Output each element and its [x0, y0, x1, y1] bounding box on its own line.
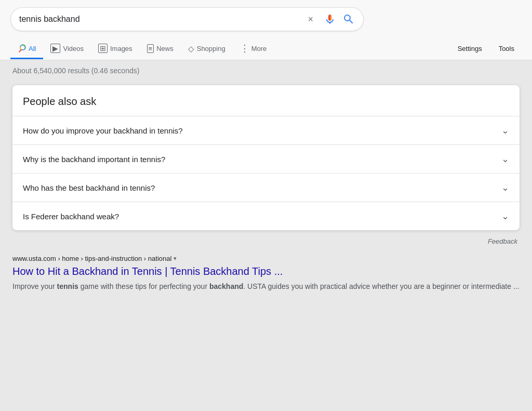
chevron-down-icon-4: ⌄ — [501, 210, 509, 222]
paa-item-3[interactable]: Who has the best backhand in tennis? ⌄ — [12, 173, 520, 202]
result-title-link[interactable]: How to Hit a Backhand in Tennis | Tennis… — [12, 264, 520, 278]
tab-more-label: More — [251, 45, 267, 52]
tab-settings-label: Settings — [458, 45, 482, 52]
feedback-label: Feedback — [488, 237, 517, 245]
paa-item-1[interactable]: How do you improve your backhand in tenn… — [12, 116, 520, 144]
tab-all-label: All — [29, 45, 36, 52]
feedback-link[interactable]: Feedback — [12, 234, 520, 248]
breadcrumb-dropdown-icon[interactable]: ▾ — [174, 255, 177, 262]
people-also-ask-box: People also ask How do you improve your … — [12, 85, 520, 230]
search-row: × — [10, 7, 522, 31]
result-url: www.usta.com › home › tips-and-instructi… — [12, 255, 171, 262]
results-count: About 6,540,000 results (0.46 seconds) — [12, 67, 139, 75]
images-tab-icon: ⊞ — [98, 44, 108, 53]
paa-question-2: Why is the backhand important in tennis? — [23, 155, 165, 164]
tab-tools[interactable]: Tools — [491, 39, 522, 59]
videos-tab-icon: ▶ — [50, 44, 60, 53]
clear-icon[interactable]: × — [308, 14, 313, 25]
paa-title: People also ask — [12, 96, 520, 116]
tab-videos-label: Videos — [63, 45, 84, 52]
search-box: × — [10, 7, 364, 31]
top-bar: × All — [0, 0, 532, 60]
tab-more[interactable]: ⋮ More — [233, 38, 274, 60]
shopping-tab-icon: ◇ — [188, 45, 194, 52]
results-info: About 6,540,000 results (0.46 seconds) — [0, 60, 532, 81]
news-tab-icon: ≡ — [147, 44, 154, 53]
nav-tabs: All ▶ Videos ⊞ Images ≡ News ◇ Shopping … — [10, 38, 522, 60]
tab-news[interactable]: ≡ News — [140, 39, 181, 60]
tab-images[interactable]: ⊞ Images — [91, 38, 140, 60]
chevron-down-icon-3: ⌄ — [501, 182, 509, 193]
tab-settings[interactable]: Settings — [450, 39, 489, 59]
search-input[interactable] — [19, 15, 308, 24]
tab-images-label: Images — [110, 45, 132, 52]
result-breadcrumb: www.usta.com › home › tips-and-instructi… — [12, 255, 520, 262]
paa-item-4[interactable]: Is Federer backhand weak? ⌄ — [12, 202, 520, 230]
nav-right: Settings Tools — [450, 39, 522, 59]
tab-all[interactable]: All — [10, 39, 43, 59]
search-button-icon[interactable] — [342, 13, 355, 25]
tab-news-label: News — [156, 45, 174, 52]
chevron-down-icon-2: ⌄ — [501, 153, 509, 165]
tab-videos[interactable]: ▶ Videos — [43, 38, 91, 60]
search-icons — [324, 13, 355, 25]
main-content: People also ask How do you improve your … — [0, 81, 532, 296]
paa-question-4: Is Federer backhand weak? — [23, 212, 119, 221]
search-result-1: www.usta.com › home › tips-and-instructi… — [12, 255, 520, 292]
tab-shopping-label: Shopping — [197, 45, 225, 52]
paa-question-3: Who has the best backhand in tennis? — [23, 183, 155, 192]
all-tab-icon — [18, 44, 26, 52]
more-tab-icon: ⋮ — [240, 44, 249, 53]
mic-icon[interactable] — [324, 13, 336, 25]
tab-shopping[interactable]: ◇ Shopping — [181, 39, 233, 59]
tab-tools-label: Tools — [499, 45, 514, 52]
paa-question-1: How do you improve your backhand in tenn… — [23, 126, 183, 135]
paa-item-2[interactable]: Why is the backhand important in tennis?… — [12, 144, 520, 173]
result-snippet: Improve your tennis game with these tips… — [12, 281, 520, 292]
chevron-down-icon-1: ⌄ — [501, 125, 509, 136]
